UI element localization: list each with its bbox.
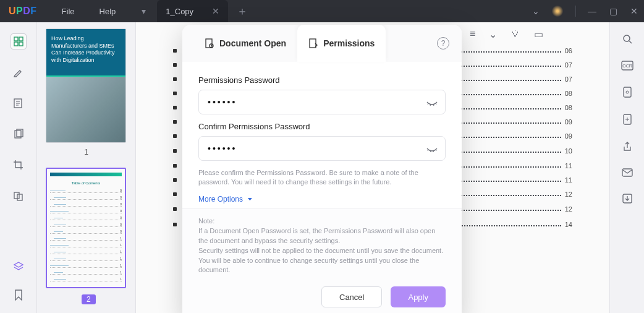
svg-line-30 — [436, 103, 436, 105]
note-line-1: If a Document Open Password is set, the … — [198, 226, 446, 246]
dialog-buttons: Cancel Apply — [182, 278, 462, 313]
tab-document-open-label: Document Open — [219, 38, 286, 48]
apply-button[interactable]: Apply — [391, 286, 446, 307]
help-icon[interactable]: ? — [437, 37, 449, 49]
tab-permissions-label: Permissions — [323, 38, 375, 48]
svg-point-25 — [211, 45, 212, 46]
dialog-tabs: Document Open Permissions ? — [182, 25, 462, 62]
confirm-password-input[interactable] — [198, 136, 446, 161]
cancel-button[interactable]: Cancel — [321, 286, 382, 307]
svg-line-34 — [436, 150, 436, 151]
dialog-form: Permissions Password Confirm Permissions… — [182, 62, 462, 208]
svg-line-29 — [433, 105, 434, 106]
svg-line-33 — [433, 151, 434, 152]
permissions-password-input[interactable] — [198, 90, 446, 114]
permissions-password-label: Permissions Password — [198, 75, 446, 85]
triangle-icon: ▶ — [247, 198, 253, 200]
svg-rect-26 — [310, 39, 316, 48]
confirm-help-text: Please confirm the Permissions Password.… — [198, 168, 446, 187]
svg-line-31 — [428, 150, 428, 151]
svg-line-28 — [430, 105, 431, 106]
show-password-icon[interactable] — [426, 96, 438, 108]
more-options-link[interactable]: More Options ▶ — [198, 195, 446, 204]
note-title: Note: — [198, 217, 446, 226]
tab-permissions[interactable]: Permissions — [297, 25, 386, 62]
password-dialog: Document Open Permissions ? Permissions … — [182, 25, 462, 313]
dialog-note: Note: If a Document Open Password is set… — [182, 208, 462, 278]
confirm-password-label: Confirm Permissions Password — [198, 122, 446, 131]
note-line-2: Security settings will not be applied to… — [198, 246, 446, 276]
svg-line-27 — [428, 103, 428, 105]
show-confirm-password-icon[interactable] — [426, 142, 438, 155]
tab-document-open[interactable]: Document Open — [193, 25, 297, 62]
svg-rect-23 — [206, 39, 212, 48]
modal-backdrop: Document Open Permissions ? Permissions … — [0, 0, 644, 313]
svg-line-32 — [430, 151, 431, 152]
